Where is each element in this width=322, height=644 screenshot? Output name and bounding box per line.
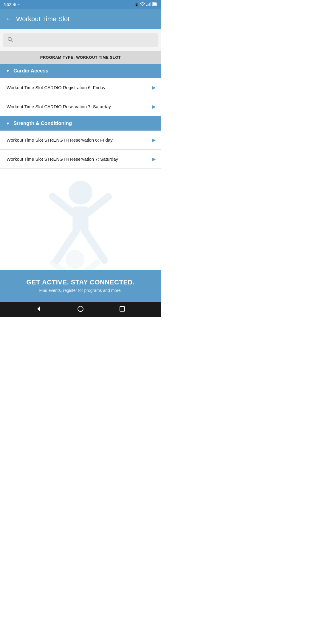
nav-recent-button[interactable] — [119, 306, 126, 314]
nav-back-button[interactable] — [35, 306, 42, 314]
svg-point-15 — [65, 250, 84, 269]
category-label-cardio: Cardio Access — [13, 68, 48, 74]
list-item[interactable]: Workout Time Slot CARDIO Reservation 7: … — [0, 97, 161, 116]
arrow-icon: ▶ — [152, 137, 156, 143]
nav-home-button[interactable] — [77, 306, 84, 314]
search-box — [3, 33, 158, 47]
svg-rect-23 — [120, 306, 125, 311]
wifi-icon — [140, 2, 145, 7]
list-item[interactable]: Workout Time Slot CARDIO Registration 6:… — [0, 78, 161, 97]
footer-main-text: GET ACTIVE. STAY CONNECTED. — [6, 278, 155, 286]
svg-marker-21 — [37, 306, 40, 311]
status-time: 5:02 — [4, 2, 11, 7]
arrow-icon: ▶ — [152, 85, 156, 90]
arrow-icon: ▶ — [152, 156, 156, 162]
svg-line-18 — [81, 263, 97, 270]
search-container — [0, 29, 161, 51]
status-right: 📳 — [134, 2, 157, 7]
search-input[interactable] — [16, 38, 154, 43]
page-title: Workout Time Slot — [16, 15, 69, 23]
signal-icon — [146, 2, 151, 7]
svg-rect-5 — [157, 3, 157, 5]
svg-rect-6 — [153, 3, 156, 5]
vibrate-icon: 📳 — [134, 3, 139, 7]
svg-line-17 — [53, 263, 69, 270]
sdcard-icon: ▪ — [18, 2, 19, 7]
svg-point-9 — [69, 181, 92, 205]
chevron-down-icon: ▼ — [6, 69, 10, 73]
list-item[interactable]: Workout Time Slot STRENGTH Reservation 7… — [0, 150, 161, 169]
list-item-text: Workout Time Slot CARDIO Registration 6:… — [7, 85, 148, 90]
list-item-text: Workout Time Slot STRENGTH Reservation 7… — [7, 157, 148, 162]
chevron-down-icon: ▼ — [6, 121, 10, 126]
list-item-text: Workout Time Slot STRENGTH Reservation 6… — [7, 137, 148, 143]
list-item-text: Workout Time Slot CARDIO Reservation 7: … — [7, 104, 148, 109]
status-left: 5:02 ⚙ ▪ — [4, 2, 20, 7]
svg-line-8 — [11, 40, 13, 42]
category-label-strength: Strength & Conditioning — [13, 120, 72, 126]
back-button[interactable]: ← — [5, 15, 12, 23]
bottom-nav — [0, 302, 161, 317]
category-header-cardio[interactable]: ▼ Cardio Access — [0, 64, 161, 78]
footer-sub-text: Find events, register for programs and m… — [6, 288, 155, 293]
watermark-svg — [21, 169, 140, 270]
status-bar: 5:02 ⚙ ▪ 📳 — [0, 0, 161, 9]
list-item[interactable]: Workout Time Slot STRENGTH Reservation 6… — [0, 131, 161, 150]
filter-badge: PROGRAM TYPE: WORKOUT TIME SLOT — [0, 51, 161, 64]
svg-line-12 — [89, 196, 109, 212]
app-header: ← Workout Time Slot — [0, 9, 161, 29]
svg-line-11 — [53, 196, 73, 212]
watermark-area — [0, 169, 161, 270]
svg-line-14 — [84, 230, 104, 260]
search-icon — [7, 36, 13, 44]
gear-icon: ⚙ — [13, 2, 16, 7]
arrow-icon: ▶ — [152, 104, 156, 109]
svg-point-22 — [78, 306, 83, 312]
svg-rect-3 — [150, 2, 151, 6]
battery-icon — [152, 2, 157, 7]
footer-banner: GET ACTIVE. STAY CONNECTED. Find events,… — [0, 270, 161, 302]
svg-rect-0 — [146, 5, 147, 6]
svg-rect-1 — [148, 4, 148, 6]
svg-rect-2 — [149, 3, 150, 6]
category-header-strength[interactable]: ▼ Strength & Conditioning — [0, 116, 161, 131]
